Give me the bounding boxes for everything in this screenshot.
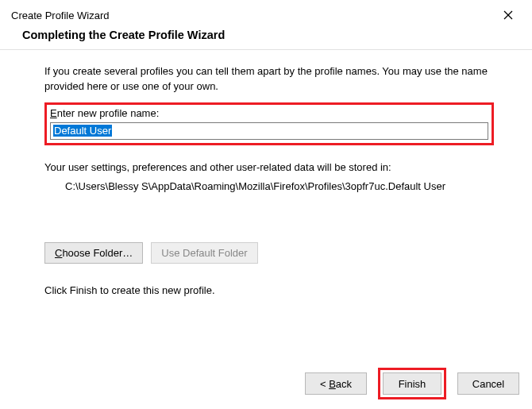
folder-button-row: Choose Folder… Use Default Folder bbox=[44, 242, 494, 264]
content-area: If you create several profiles you can t… bbox=[0, 50, 532, 296]
use-default-folder-button: Use Default Folder bbox=[151, 242, 257, 264]
close-button[interactable] bbox=[492, 4, 524, 26]
back-button[interactable]: < Back bbox=[305, 372, 367, 395]
titlebar: Create Profile Wizard bbox=[0, 0, 532, 25]
page-heading: Completing the Create Profile Wizard bbox=[0, 25, 532, 49]
cancel-button[interactable]: Cancel bbox=[457, 372, 519, 395]
intro-text: If you create several profiles you can t… bbox=[44, 64, 494, 95]
profile-name-highlight: Enter new profile name: Default User bbox=[44, 102, 494, 145]
storage-label: Your user settings, preferences and othe… bbox=[44, 161, 494, 173]
close-icon bbox=[503, 10, 513, 20]
profile-name-label: Enter new profile name: bbox=[50, 107, 488, 119]
finish-instruction: Click Finish to create this new profile. bbox=[44, 284, 494, 296]
profile-name-value: Default User bbox=[53, 125, 112, 137]
wizard-footer: < Back Finish Cancel bbox=[305, 368, 519, 399]
finish-highlight: Finish bbox=[378, 368, 446, 399]
finish-button[interactable]: Finish bbox=[383, 372, 441, 395]
window-title: Create Profile Wizard bbox=[11, 10, 110, 21]
choose-folder-button[interactable]: Choose Folder… bbox=[44, 242, 143, 264]
profile-name-input[interactable]: Default User bbox=[50, 122, 488, 140]
storage-path: C:\Users\Blessy S\AppData\Roaming\Mozill… bbox=[44, 179, 494, 195]
